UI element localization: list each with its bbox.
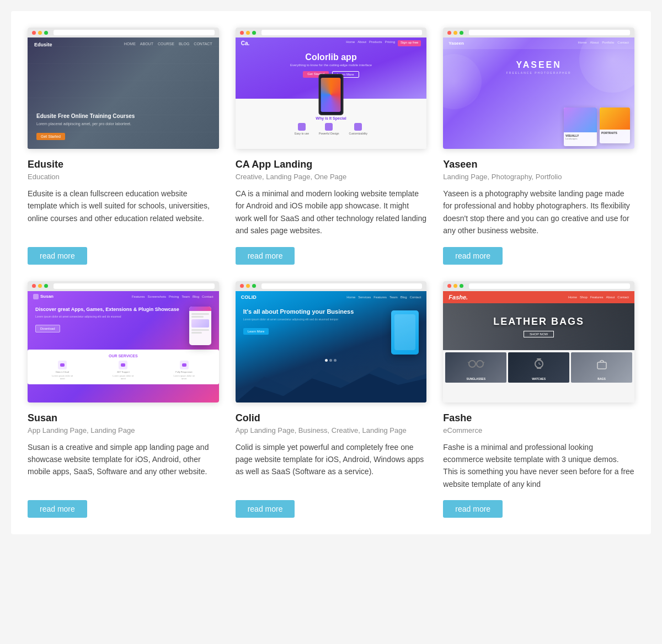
colid-read-more-button[interactable]: read more bbox=[236, 500, 295, 518]
service-desc-cloud: Lorem ipsum dolor sit amet bbox=[51, 374, 73, 380]
fashe-read-more-button[interactable]: read more bbox=[443, 500, 503, 518]
card-edusite-title: Edusite bbox=[28, 159, 219, 170]
template-grid: Edusite HOME ABOUT COURSE BLOG CONTACT E… bbox=[11, 11, 651, 534]
susan-logo-icon bbox=[33, 294, 39, 299]
service-desc-support: Lorem ipsum dolor sit amet bbox=[112, 374, 134, 380]
colid-dot bbox=[329, 359, 332, 362]
service-label-support: 24/7 Support bbox=[117, 371, 130, 373]
max-dot bbox=[252, 31, 256, 35]
susan-phone-line bbox=[191, 313, 209, 315]
yaseen-navlinks: Home About Portfolio Contact bbox=[578, 41, 629, 46]
watches-img bbox=[511, 355, 567, 373]
card-colid-image[interactable]: COLID Home Services Features Team Blog C… bbox=[236, 281, 427, 402]
susan-thumbnail: Susan Features Screenshots Pricing Team … bbox=[28, 291, 219, 402]
colid-hero-title: It's all about Promoting your Business bbox=[243, 308, 386, 315]
edusite-thumbnail: Edusite HOME ABOUT COURSE BLOG CONTACT E… bbox=[28, 37, 219, 149]
ca-phone bbox=[318, 74, 343, 115]
edusite-read-more-button[interactable]: read more bbox=[28, 247, 87, 265]
yaseen-card-2: PORTRAITS bbox=[600, 108, 630, 143]
edusite-hero-desc: Lorem placerat adipiscing amet, per pro … bbox=[36, 121, 210, 127]
min-dot bbox=[453, 31, 457, 35]
edusite-hero-btn: Get Started bbox=[36, 133, 65, 140]
susan-phone bbox=[189, 307, 211, 345]
svg-line-6 bbox=[483, 362, 484, 363]
ca-feature-powerful: Powerful Design bbox=[319, 123, 339, 135]
service-label-cloud: Data in Cloud bbox=[56, 371, 69, 373]
colid-navlinks: Home Services Features Team Blog Contact bbox=[346, 296, 421, 299]
colid-mountains bbox=[236, 364, 427, 402]
fashe-product-label-watches: WATCHES bbox=[510, 377, 567, 380]
edusite-hero-title: Edusite Free Online Training Courses bbox=[36, 113, 210, 119]
cloud-icon bbox=[58, 361, 67, 369]
colid-dot-active bbox=[325, 359, 328, 362]
svg-point-2 bbox=[469, 361, 476, 367]
sunglasses-img bbox=[448, 355, 504, 373]
yaseen-read-more-button[interactable]: read more bbox=[443, 247, 503, 265]
ca-hero-title: Colorlib app bbox=[238, 52, 424, 62]
card-fashe-image[interactable]: Fashe. Home Shop Features About Contact … bbox=[443, 281, 634, 402]
edusite-content: Edusite Free Online Training Courses Lor… bbox=[36, 113, 210, 140]
card-susan: Susan Features Screenshots Pricing Team … bbox=[28, 281, 219, 518]
susan-phone-content bbox=[189, 311, 211, 337]
susan-phone-line bbox=[191, 316, 204, 318]
card-fashe-title: Fashe bbox=[443, 412, 634, 424]
min-dot bbox=[453, 284, 457, 288]
susan-services-title: OUR SERVICES bbox=[32, 354, 215, 358]
min-dot bbox=[38, 284, 42, 288]
card-ca-image[interactable]: Ca. Home About Products Pricing Sign up … bbox=[236, 28, 427, 149]
susan-navlinks: Features Screenshots Pricing Team Blog C… bbox=[132, 295, 213, 298]
close-dot bbox=[32, 31, 36, 35]
close-dot bbox=[447, 31, 451, 35]
ca-feature-icon-easy bbox=[298, 123, 306, 131]
ca-read-more-button[interactable]: read more bbox=[236, 247, 295, 265]
card-yaseen-desc: Yaseen is a photography website landing … bbox=[443, 187, 634, 237]
susan-hero: Discover great Apps, Games, Extensions &… bbox=[28, 302, 219, 350]
susan-phone-line bbox=[191, 332, 202, 334]
close-dot bbox=[240, 284, 244, 288]
yaseen-card-2-text: PORTRAITS bbox=[600, 130, 630, 136]
service-data-cloud: Data in Cloud Lorem ipsum dolor sit amet bbox=[51, 361, 73, 380]
yaseen-portfolio-cards: VISUALLY Landscapes PORTRAITS bbox=[564, 108, 630, 146]
ca-feature-label-easy: Easy to use bbox=[295, 132, 309, 135]
fashe-navlinks: Home Shop Features About Contact bbox=[568, 296, 629, 299]
svg-line-11 bbox=[539, 364, 541, 364]
url-bar bbox=[261, 30, 423, 35]
window-chrome-yaseen bbox=[443, 28, 634, 37]
ca-feature-easy: Easy to use bbox=[295, 123, 309, 135]
fashe-product-label-sunglasses: SUNGLASSES bbox=[447, 377, 504, 380]
yaseen-card-1-sub: Landscapes bbox=[565, 137, 595, 140]
fashe-logo: Fashe. bbox=[449, 294, 468, 300]
colid-dot bbox=[334, 359, 337, 362]
min-dot bbox=[246, 284, 250, 288]
susan-phone-line bbox=[191, 329, 209, 331]
susan-logo: Susan bbox=[33, 294, 54, 299]
card-yaseen: Yaseen Home About Portfolio Contact YASE… bbox=[443, 28, 634, 265]
card-edusite: Edusite HOME ABOUT COURSE BLOG CONTACT E… bbox=[28, 28, 219, 265]
card-fashe: Fashe. Home Shop Features About Contact … bbox=[443, 281, 634, 518]
yaseen-subtitle: FREELANCE PHOTOGRAPHER bbox=[452, 71, 626, 74]
fashe-product-sunglasses: SUNGLASSES bbox=[445, 352, 506, 383]
fashe-shop-now-btn: SHOP NOW bbox=[524, 331, 554, 337]
max-dot bbox=[44, 31, 48, 35]
max-dot bbox=[460, 31, 463, 35]
card-yaseen-tags: Landing Page, Photography, Portfolio bbox=[443, 173, 634, 181]
svg-rect-12 bbox=[597, 362, 606, 369]
colid-thumbnail: COLID Home Services Features Team Blog C… bbox=[236, 291, 427, 402]
url-bar bbox=[469, 30, 630, 35]
yaseen-name: YASEEN bbox=[452, 60, 626, 70]
card-edusite-desc: Edusite is a clean fullscreen education … bbox=[28, 187, 219, 237]
card-susan-tags: App Landing Page, Landing Page bbox=[28, 426, 219, 434]
service-label-responsive: Fully Responsive bbox=[175, 371, 192, 373]
card-yaseen-image[interactable]: Yaseen Home About Portfolio Contact YASE… bbox=[443, 28, 634, 149]
colid-logo: COLID bbox=[241, 294, 257, 300]
colid-cta: Learn More bbox=[243, 328, 269, 335]
yaseen-thumbnail: Yaseen Home About Portfolio Contact YASE… bbox=[443, 37, 634, 149]
colid-phone-screen bbox=[394, 314, 415, 350]
window-chrome-ca bbox=[236, 28, 427, 37]
card-edusite-image[interactable]: Edusite HOME ABOUT COURSE BLOG CONTACT E… bbox=[28, 28, 219, 149]
colid-nav: COLID Home Services Features Team Blog C… bbox=[236, 291, 427, 303]
card-colid: COLID Home Services Features Team Blog C… bbox=[236, 281, 427, 518]
card-susan-image[interactable]: Susan Features Screenshots Pricing Team … bbox=[28, 281, 219, 402]
ca-feature-custom: Customizability bbox=[349, 123, 367, 135]
susan-read-more-button[interactable]: read more bbox=[28, 500, 87, 518]
